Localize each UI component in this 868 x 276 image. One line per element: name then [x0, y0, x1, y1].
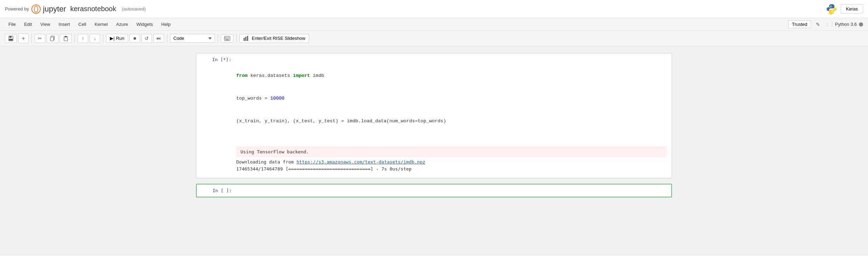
svg-rect-17	[244, 38, 245, 41]
menu-kernel[interactable]: Kernel	[91, 20, 111, 28]
code-line-3: (x_train, y_train), (x_test, y_test) = i…	[236, 117, 667, 125]
paste-icon	[63, 36, 69, 41]
toolbar-separator-1	[31, 34, 32, 43]
keyboard-shortcuts-button[interactable]	[221, 34, 233, 43]
svg-point-1	[34, 6, 38, 12]
toolbar-separator-5	[218, 34, 218, 43]
svg-rect-13	[225, 38, 226, 39]
output-line-2: 17465344/17464789 [=====================…	[236, 166, 667, 173]
cell-1[interactable]: In [*]: from keras.datasets import imdb …	[196, 53, 672, 178]
restart-icon: ↺	[145, 36, 149, 41]
download-link[interactable]: https://s3.amazonaws.com/text-datasets/i…	[296, 159, 425, 165]
restart-run-button[interactable]: ⏭	[153, 34, 164, 43]
move-down-button[interactable]: ↓	[90, 34, 100, 43]
jupyter-logo-icon	[31, 4, 41, 14]
powered-by: Powered by jupyter kerasnotebook (autosa…	[5, 4, 146, 14]
svg-rect-16	[226, 39, 229, 40]
code-line-1: from keras.datasets import imdb	[236, 72, 667, 80]
toolbar-separator-2	[75, 34, 75, 43]
svg-rect-15	[228, 38, 229, 39]
svg-rect-3	[9, 36, 12, 38]
svg-rect-11	[226, 37, 227, 38]
notebook-area: In [*]: from keras.datasets import imdb …	[0, 46, 868, 256]
rise-label: Enter/Exit RISE Slideshow	[252, 36, 305, 41]
cell-2-inner: In [ ]:	[197, 184, 671, 197]
stop-icon: ■	[133, 36, 136, 41]
cell-1-output: Using TensorFlow backend. Downloading da…	[235, 144, 672, 178]
cell-1-inner: In [*]: from keras.datasets import imdb …	[196, 53, 672, 144]
add-cell-button[interactable]: +	[18, 34, 29, 43]
move-up-button[interactable]: ↑	[78, 34, 88, 43]
kernel-status-icon	[859, 22, 863, 27]
menu-cell[interactable]: Cell	[75, 20, 90, 28]
plus-icon: +	[22, 35, 25, 42]
topbar: Powered by jupyter kerasnotebook (autosa…	[0, 0, 868, 18]
svg-rect-6	[50, 37, 54, 41]
menubar-right: Trusted ✎ | Python 3.6	[788, 20, 863, 28]
autosaved-label: (autosaved)	[122, 6, 146, 12]
arrow-up-icon: ↑	[82, 36, 84, 41]
menu-file[interactable]: File	[5, 20, 19, 28]
output-stdout: Downloading data from https://s3.amazona…	[236, 157, 667, 175]
arrow-down-icon: ↓	[94, 36, 96, 41]
menu-help[interactable]: Help	[158, 20, 174, 28]
toolbar-separator-6	[236, 34, 237, 43]
app-name: jupyter	[43, 5, 66, 14]
cell-2[interactable]: In [ ]:	[196, 184, 672, 197]
toolbar: + ✂ ↑ ↓ ▶| Run ■ ↺ ⏭ Code Markdown R	[0, 31, 868, 46]
cell-container-1: In [*]: from keras.datasets import imdb …	[175, 53, 693, 178]
menu-edit[interactable]: Edit	[21, 20, 35, 28]
svg-rect-14	[226, 38, 227, 39]
cell-container-2: In [ ]:	[175, 184, 693, 197]
code-line-2: top_words = 10000	[236, 95, 667, 102]
cell-1-prompt: In [*]:	[196, 53, 235, 144]
rise-slideshow-button[interactable]: Enter/Exit RISE Slideshow	[239, 34, 309, 43]
cell-type-select[interactable]: Code Markdown Raw NBConvert Heading	[170, 34, 215, 43]
copy-button[interactable]	[47, 34, 58, 43]
run-label: Run	[116, 36, 124, 41]
cut-button[interactable]: ✂	[35, 34, 45, 43]
menu-view[interactable]: View	[37, 20, 54, 28]
svg-rect-12	[228, 37, 229, 38]
edit-pencil-icon[interactable]: ✎	[814, 21, 822, 28]
save-button[interactable]	[5, 34, 17, 43]
restart-button[interactable]: ↺	[141, 34, 152, 43]
svg-rect-8	[65, 36, 67, 37]
cell-1-input[interactable]: from keras.datasets import imdb top_word…	[235, 53, 672, 144]
menu-insert[interactable]: Insert	[55, 20, 74, 28]
trusted-button[interactable]: Trusted	[788, 20, 811, 28]
menu-widgets[interactable]: Widgets	[133, 20, 156, 28]
paste-button[interactable]	[60, 34, 72, 43]
kernel-name-label: Python 3.6	[835, 22, 857, 27]
svg-rect-19	[247, 36, 248, 41]
bar-chart-icon	[243, 36, 250, 41]
output-stderr: Using TensorFlow backend.	[236, 146, 667, 157]
run-button[interactable]: ▶| Run	[106, 34, 128, 43]
python-logo-icon	[826, 3, 837, 15]
notebook-title: kerasnotebook	[70, 5, 116, 13]
toolbar-separator-4	[167, 34, 167, 43]
svg-rect-4	[9, 39, 13, 41]
svg-rect-10	[225, 37, 226, 38]
topbar-right: Keras	[826, 3, 863, 15]
copy-icon	[50, 36, 55, 41]
keras-button[interactable]: Keras	[841, 4, 863, 14]
cell-2-prompt: In [ ]:	[197, 184, 235, 197]
save-icon	[8, 36, 14, 41]
kernel-indicator: Python 3.6	[832, 22, 863, 27]
svg-rect-18	[245, 37, 246, 41]
keyboard-icon	[224, 36, 230, 41]
stop-button[interactable]: ■	[130, 34, 140, 43]
toolbar-separator-3	[103, 34, 103, 43]
cell-2-input[interactable]	[235, 184, 671, 197]
fast-forward-icon: ⏭	[156, 36, 161, 41]
powered-by-text: Powered by	[5, 6, 29, 12]
menu-azure[interactable]: Azure	[113, 20, 132, 28]
cut-icon: ✂	[38, 36, 42, 41]
output-line-1: Downloading data from https://s3.amazona…	[236, 159, 667, 166]
menubar: File Edit View Insert Cell Kernel Azure …	[0, 18, 868, 31]
run-play-icon: ▶|	[110, 36, 114, 41]
